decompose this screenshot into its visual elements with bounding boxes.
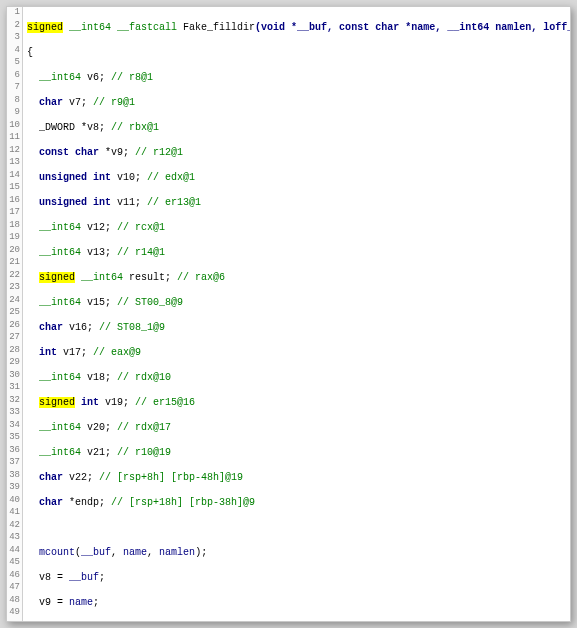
- code-line: v9 = name;: [27, 597, 566, 610]
- code-line: const char *v9; // r12@1: [27, 147, 566, 160]
- highlight: signed: [39, 272, 75, 283]
- code-line: char v22; // [rsp+8h] [rbp-48h]@19: [27, 472, 566, 485]
- code-line: __int64 v21; // r10@19: [27, 447, 566, 460]
- code-line: signed __int64 result; // rax@6: [27, 272, 566, 285]
- code-line: char v16; // ST08_1@9: [27, 322, 566, 335]
- code-line: v8 = __buf;: [27, 572, 566, 585]
- code-line: __int64 v6; // r8@1: [27, 72, 566, 85]
- code-line: char *endp; // [rsp+18h] [rbp-38h]@9: [27, 497, 566, 510]
- code-line: mcount(__buf, name, namlen);: [27, 547, 566, 560]
- code-viewer: 12345 678910 1112131415 1617181920 21222…: [6, 6, 571, 622]
- code-line: char v7; // r9@1: [27, 97, 566, 110]
- code-line: __int64 v15; // ST00_8@9: [27, 297, 566, 310]
- code-line: __int64 v12; // rcx@1: [27, 222, 566, 235]
- code-line: __int64 v20; // rdx@17: [27, 422, 566, 435]
- line-number-gutter: 12345 678910 1112131415 1617181920 21222…: [7, 7, 23, 621]
- highlight: signed: [39, 397, 75, 408]
- highlight: signed: [27, 22, 63, 33]
- code-line: signed int v19; // er15@16: [27, 397, 566, 410]
- code-line: {: [27, 47, 566, 60]
- code-line: [27, 522, 566, 535]
- code-line: int v17; // eax@9: [27, 347, 566, 360]
- code-line: _DWORD *v8; // rbx@1: [27, 122, 566, 135]
- code-line: __int64 v18; // rdx@10: [27, 372, 566, 385]
- code-line: unsigned int v10; // edx@1: [27, 172, 566, 185]
- code-line: signed __int64 __fastcall Fake_filldir(v…: [27, 22, 566, 35]
- code-line: unsigned int v11; // er13@1: [27, 197, 566, 210]
- code-line: __int64 v13; // r14@1: [27, 247, 566, 260]
- code-body[interactable]: signed __int64 __fastcall Fake_filldir(v…: [23, 7, 570, 621]
